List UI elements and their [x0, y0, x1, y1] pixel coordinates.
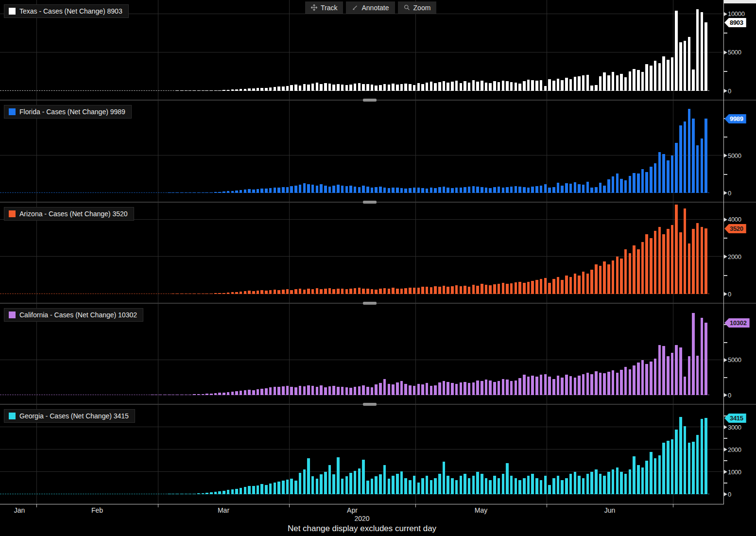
- bar: [362, 460, 365, 494]
- bar: [515, 186, 517, 193]
- bar: [185, 395, 188, 395]
- bar: [202, 493, 205, 494]
- bar: [616, 75, 619, 91]
- bar: [569, 474, 572, 494]
- legend-texas[interactable]: Texas - Cases (Net Change) 8903: [4, 4, 129, 18]
- bar: [413, 188, 416, 193]
- bar: [443, 381, 446, 395]
- bar: [214, 293, 217, 294]
- bar: [383, 288, 386, 294]
- bar: [430, 287, 433, 294]
- annotate-button[interactable]: Annotate: [346, 1, 395, 14]
- bar: [341, 479, 344, 494]
- panel-resize-handle[interactable]: [363, 403, 377, 406]
- bar: [701, 318, 704, 395]
- x-axis-tick: [547, 504, 547, 507]
- x-axis-tick: [289, 504, 290, 507]
- bar: [561, 480, 564, 494]
- bar: [426, 476, 429, 494]
- legend-california[interactable]: California - Cases (Net Change) 10302: [4, 308, 143, 322]
- bar: [531, 474, 534, 494]
- bar: [586, 274, 589, 294]
- bar: [240, 391, 242, 395]
- florida-legend-label: Florida - Cases (Net Change) 9989: [19, 108, 125, 116]
- bar: [633, 365, 636, 395]
- legend-florida[interactable]: Florida - Cases (Net Change) 9989: [4, 105, 132, 119]
- bar: [523, 283, 526, 294]
- bar: [489, 188, 492, 193]
- legend-georgia[interactable]: Georgia - Cases (Net Change) 3415: [4, 409, 135, 423]
- tick-arrow-icon: [724, 425, 727, 429]
- scroll-indicator[interactable]: [724, 0, 756, 3]
- bar: [684, 377, 687, 395]
- bar: [282, 386, 285, 395]
- bar: [349, 473, 352, 494]
- bar: [603, 261, 606, 294]
- bar: [468, 478, 471, 494]
- panel-resize-handle[interactable]: [363, 201, 377, 204]
- bar: [595, 85, 598, 91]
- y-axis-tick: 0: [724, 190, 731, 196]
- bar: [485, 188, 488, 193]
- bar: [362, 385, 365, 395]
- bar: [274, 87, 276, 91]
- bar: [654, 231, 657, 294]
- bar: [388, 188, 391, 193]
- legend-arizona[interactable]: Arizona - Cases (Net Change) 3520: [4, 207, 134, 221]
- bar: [468, 187, 471, 193]
- track-button[interactable]: Track: [305, 1, 343, 14]
- bar: [493, 382, 496, 395]
- bar: [337, 289, 340, 294]
- bar: [527, 80, 530, 91]
- bar: [658, 63, 661, 91]
- georgia-legend-label: Georgia - Cases (Net Change) 3415: [19, 412, 129, 420]
- bar: [299, 386, 302, 395]
- zoom-button[interactable]: Zoom: [398, 1, 437, 14]
- bar: [535, 478, 538, 494]
- bar: [552, 279, 555, 294]
- bar: [180, 494, 183, 494]
- bar: [307, 184, 310, 193]
- bar: [629, 176, 632, 193]
- bar: [438, 82, 441, 91]
- bar: [510, 283, 513, 294]
- tick-label: 5000: [728, 356, 741, 363]
- tick-label: 0: [728, 392, 731, 399]
- bar: [320, 385, 323, 395]
- bar: [189, 90, 192, 91]
- bar: [324, 289, 327, 294]
- bar: [607, 472, 610, 494]
- y-axis-minor-tick: [724, 342, 727, 343]
- bar: [654, 458, 657, 494]
- bar: [316, 186, 319, 193]
- bar: [633, 69, 636, 91]
- x-axis-year: 2020: [0, 515, 724, 522]
- bar: [214, 393, 217, 395]
- bar: [645, 364, 648, 395]
- bar: [586, 75, 589, 91]
- bar: [679, 42, 682, 91]
- bar: [451, 82, 454, 91]
- bar: [561, 280, 564, 294]
- tick-arrow-icon: [724, 358, 727, 362]
- bar: [633, 173, 636, 193]
- bar: [430, 188, 433, 193]
- bar: [447, 188, 449, 193]
- bar: [460, 286, 463, 294]
- bar: [434, 385, 437, 395]
- last-value-badge: 10302: [724, 318, 750, 328]
- bar: [409, 288, 412, 294]
- bar: [379, 187, 382, 193]
- bar: [624, 249, 627, 294]
- tick-label: 0: [728, 491, 731, 498]
- bar: [675, 11, 678, 91]
- y-axis-minor-tick: [724, 174, 727, 175]
- bar: [590, 270, 593, 294]
- bar: [574, 472, 577, 494]
- tick-arrow-icon: [724, 393, 727, 397]
- panel-resize-handle[interactable]: [363, 302, 377, 305]
- bar: [354, 288, 357, 294]
- panel-resize-handle[interactable]: [363, 99, 377, 102]
- bar: [227, 490, 230, 494]
- bar: [493, 187, 496, 193]
